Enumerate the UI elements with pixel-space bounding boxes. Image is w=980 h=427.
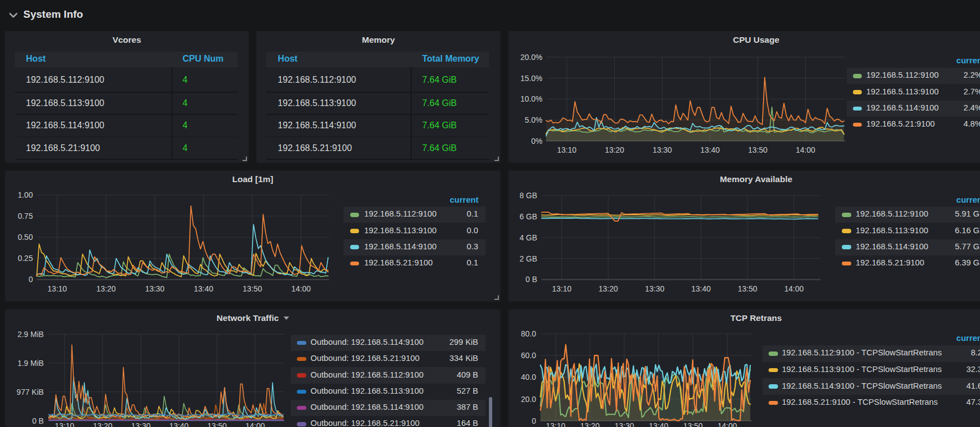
svg-text:14:00: 14:00	[245, 421, 265, 427]
svg-text:13:50: 13:50	[737, 284, 757, 293]
svg-text:13:40: 13:40	[649, 421, 668, 427]
svg-text:13:10: 13:10	[552, 284, 572, 293]
svg-text:0.25: 0.25	[18, 254, 33, 263]
svg-text:13:20: 13:20	[598, 284, 618, 293]
svg-text:13:30: 13:30	[645, 284, 664, 293]
svg-text:13:30: 13:30	[145, 284, 164, 293]
svg-text:13:20: 13:20	[93, 421, 112, 427]
svg-text:15.0%: 15.0%	[521, 74, 543, 83]
svg-text:40.0: 40.0	[521, 373, 536, 381]
svg-text:2.9 MiB: 2.9 MiB	[17, 330, 43, 339]
svg-text:1.00: 1.00	[18, 190, 33, 199]
svg-text:0: 0	[28, 275, 33, 284]
svg-text:0.50: 0.50	[18, 233, 33, 242]
svg-text:13:30: 13:30	[653, 145, 672, 154]
svg-text:14:00: 14:00	[796, 145, 815, 154]
svg-text:0: 0	[532, 416, 536, 425]
svg-text:13:20: 13:20	[605, 145, 624, 154]
svg-text:20.0: 20.0	[521, 395, 536, 404]
svg-text:0 B: 0 B	[32, 416, 44, 425]
svg-text:6 GB: 6 GB	[519, 212, 537, 221]
svg-text:13:20: 13:20	[580, 421, 600, 427]
svg-text:0.75: 0.75	[18, 212, 33, 220]
svg-text:20.0%: 20.0%	[521, 53, 543, 62]
svg-text:13:40: 13:40	[169, 421, 189, 427]
svg-text:13:40: 13:40	[194, 284, 213, 293]
svg-text:60.0: 60.0	[521, 351, 536, 360]
svg-text:977 KiB: 977 KiB	[17, 388, 44, 396]
svg-text:13:50: 13:50	[243, 284, 262, 293]
svg-text:13:50: 13:50	[683, 421, 703, 427]
svg-text:13:40: 13:40	[700, 145, 720, 154]
svg-text:8 GB: 8 GB	[519, 191, 537, 200]
svg-text:14:00: 14:00	[718, 421, 737, 427]
svg-text:4 GB: 4 GB	[519, 233, 537, 242]
svg-text:13:10: 13:10	[48, 284, 67, 293]
svg-text:80.0: 80.0	[521, 329, 536, 338]
svg-text:5.0%: 5.0%	[524, 115, 542, 124]
svg-text:13:50: 13:50	[208, 421, 227, 427]
svg-text:0%: 0%	[531, 137, 542, 145]
svg-text:13:10: 13:10	[546, 421, 565, 427]
svg-text:2 GB: 2 GB	[519, 254, 537, 263]
svg-text:13:50: 13:50	[748, 145, 767, 154]
svg-text:13:20: 13:20	[96, 284, 115, 293]
svg-text:13:30: 13:30	[614, 421, 634, 427]
svg-text:14:00: 14:00	[291, 284, 311, 293]
svg-text:10.0%: 10.0%	[521, 94, 543, 103]
svg-text:13:30: 13:30	[131, 421, 150, 427]
svg-text:14:00: 14:00	[784, 284, 804, 293]
svg-text:13:10: 13:10	[557, 145, 577, 154]
svg-text:1.9 MiB: 1.9 MiB	[17, 359, 43, 368]
svg-text:13:10: 13:10	[55, 421, 74, 427]
svg-text:0 B: 0 B	[526, 275, 537, 284]
svg-text:13:40: 13:40	[691, 284, 711, 293]
